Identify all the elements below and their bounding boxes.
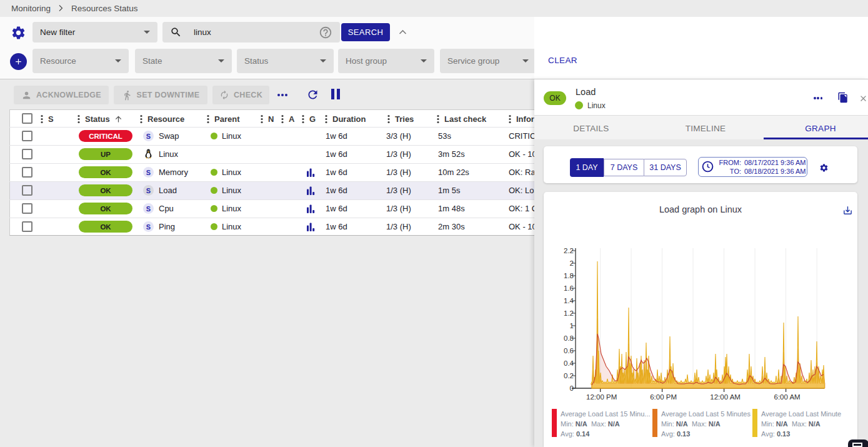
svg-text:12:00 PM: 12:00 PM — [586, 393, 617, 401]
svg-text:6:00 PM: 6:00 PM — [650, 393, 677, 401]
svg-text:6:00 AM: 6:00 AM — [774, 393, 800, 401]
svg-text:12:00 AM: 12:00 AM — [710, 393, 741, 401]
